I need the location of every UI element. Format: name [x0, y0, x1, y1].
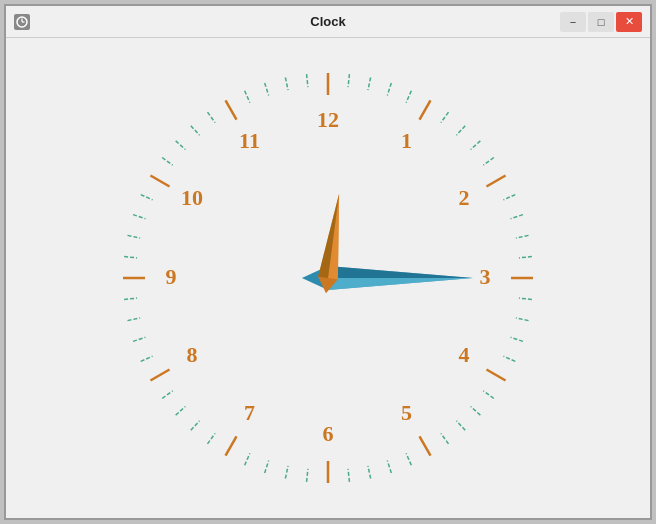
- titlebar: Clock − □ ✕: [6, 6, 650, 38]
- main-window: Clock − □ ✕: [4, 4, 652, 520]
- clock-canvas: [38, 43, 618, 513]
- titlebar-left: [14, 14, 30, 30]
- window-title: Clock: [310, 14, 345, 29]
- minimize-button[interactable]: −: [560, 12, 586, 32]
- close-button[interactable]: ✕: [616, 12, 642, 32]
- clock-area: [6, 38, 650, 518]
- titlebar-controls: − □ ✕: [560, 12, 642, 32]
- maximize-button[interactable]: □: [588, 12, 614, 32]
- window-icon: [14, 14, 30, 30]
